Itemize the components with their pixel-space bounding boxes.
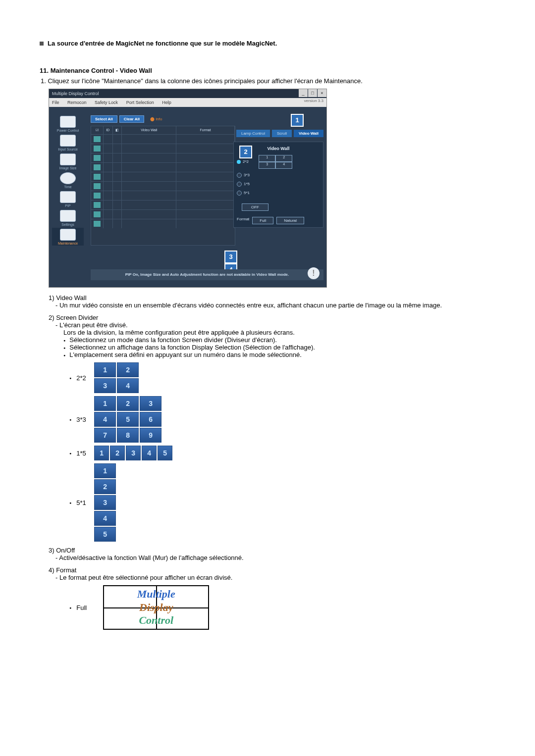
description-list: 1) Video Wall - Un mur vidéo consiste en… <box>49 294 495 630</box>
layout-3x3: 3*3 123456789 <box>69 396 495 443</box>
table-row[interactable] <box>91 134 235 144</box>
sidebar-item-power[interactable]: Power Control <box>52 115 84 133</box>
item-2-a: - L'écran peut être divisé. <box>49 321 495 329</box>
tab-lamp[interactable]: Lamp Control <box>236 130 270 137</box>
item-2-heading: 2) Screen Divider <box>49 314 495 321</box>
marker-3: 3 <box>224 251 237 263</box>
table-row[interactable] <box>91 144 235 153</box>
select-bar: Select All Clear All ⬤ Info <box>91 114 229 124</box>
tab-video-wall[interactable]: Video Wall <box>294 130 323 137</box>
min-button[interactable]: _ <box>299 89 308 97</box>
off-button[interactable]: OFF <box>242 203 268 211</box>
sidebar-item-input[interactable]: Input Source <box>52 134 84 151</box>
menu-help[interactable]: Help <box>162 100 171 105</box>
note-row: La source d'entrée de MagicNet ne foncti… <box>40 40 495 47</box>
version-label: version 3.3 <box>304 99 323 103</box>
table-row[interactable] <box>91 200 235 209</box>
table-row[interactable] <box>91 153 235 162</box>
table-row[interactable] <box>91 219 235 228</box>
col-id: ID <box>104 126 113 134</box>
opt-3x3[interactable]: 3*3 <box>237 173 320 178</box>
marker-1: 1 <box>291 114 304 127</box>
sidebar: Power Control Input Source Image Size Ti… <box>52 115 87 247</box>
item-1-heading: 1) Video Wall <box>49 294 495 302</box>
infobar-text: PIP On, Image Size and Auto Adjustment f… <box>125 272 289 277</box>
clear-all-button[interactable]: Clear All <box>119 115 144 123</box>
tab-scroll[interactable]: Scroll <box>272 130 292 137</box>
col-check: ☑ <box>91 126 104 134</box>
natural-button[interactable]: Natural <box>276 217 304 224</box>
menubar: File Remocon Safety Lock Port Selection … <box>49 98 326 107</box>
window-buttons: _ □ × <box>298 89 326 98</box>
settings-icon <box>60 210 76 222</box>
menu-remocon[interactable]: Remocon <box>67 100 87 105</box>
select-all-button[interactable]: Select All <box>91 115 117 123</box>
sidebar-item-time[interactable]: Time <box>52 171 84 189</box>
info-label: ⬤ Info <box>150 117 162 121</box>
sidebar-item-image-size[interactable]: Image Size <box>52 152 84 170</box>
square-bullet-icon <box>40 42 44 46</box>
image-size-icon <box>60 153 76 165</box>
col-format: Format <box>176 126 235 134</box>
menu-file[interactable]: File <box>52 100 59 105</box>
menu-safety-lock[interactable]: Safety Lock <box>95 100 118 105</box>
section-heading: 11. Maintenance Control - Video Wall <box>40 67 495 74</box>
sidebar-item-settings[interactable]: Settings <box>52 209 84 227</box>
right-tabs: Lamp Control Scroll Video Wall <box>236 130 323 137</box>
layout-1x5: 1*5 12345 <box>69 446 495 460</box>
item-4-a: - Le format peut être sélectionné pour a… <box>49 574 495 581</box>
intro-step: 1. Cliquez sur l'icône "Maintenance" dan… <box>40 77 495 85</box>
maintenance-icon <box>60 229 76 241</box>
item-3-a: - Active/désactive la fonction Wall (Mur… <box>49 554 495 561</box>
menu-port-selection[interactable]: Port Selection <box>126 100 154 105</box>
layout-2x2: 2*2 1234 <box>69 362 495 393</box>
display-grid: ☑ ID ◧ Video Wall Format <box>91 126 235 246</box>
app-screenshot: Multiple Display Control _ □ × File Remo… <box>49 89 327 288</box>
item-2-b: Lors de la division, la même configurati… <box>49 329 495 336</box>
sub-b1: Sélectionnez un mode dans la fonction Sc… <box>63 336 495 344</box>
sub-b3: L'emplacement sera défini en appuyant su… <box>63 351 495 358</box>
time-icon <box>60 172 76 184</box>
note-text: La source d'entrée de MagicNet ne foncti… <box>48 40 277 47</box>
layout-5x1: 5*1 12345 <box>69 463 495 542</box>
infobar: PIP On, Image Size and Auto Adjustment f… <box>91 269 323 280</box>
format-label: Format <box>237 217 249 224</box>
item-4-heading: 4) Format <box>49 566 495 574</box>
full-button[interactable]: Full <box>252 217 273 224</box>
sidebar-item-maintenance[interactable]: Maintenance <box>52 228 84 246</box>
item-1-text: - Un mur vidéo consiste en un ensemble d… <box>49 302 495 309</box>
table-row[interactable] <box>91 181 235 191</box>
table-row[interactable] <box>91 209 235 219</box>
item-2-sublist: Sélectionnez un mode dans la fonction Sc… <box>49 336 495 358</box>
opt-1x5[interactable]: 1*5 <box>237 182 320 187</box>
col-video-wall: Video Wall <box>122 126 176 134</box>
max-button[interactable]: □ <box>308 89 317 97</box>
item-3-heading: 3) On/Off <box>49 547 495 554</box>
format-full: Full Multiple Display Control <box>69 585 495 630</box>
close-button[interactable]: × <box>318 89 326 97</box>
sub-b2: Sélectionnez un affichage dans la foncti… <box>63 344 495 351</box>
table-row[interactable] <box>91 191 235 200</box>
warn-icon: ! <box>308 267 320 279</box>
pip-icon <box>60 191 76 203</box>
power-icon <box>60 116 76 128</box>
input-icon <box>60 135 76 147</box>
sidebar-item-pip[interactable]: PIP <box>52 190 84 208</box>
opt-5x1[interactable]: 5*1 <box>237 191 320 196</box>
table-row[interactable] <box>91 162 235 172</box>
titlebar: Multiple Display Control <box>49 89 326 98</box>
layout-examples: 2*2 1234 3*3 123456789 1*5 12345 5*1 123… <box>49 362 495 542</box>
marker-2: 2 <box>239 146 252 158</box>
full-image: Multiple Display Control <box>103 585 209 630</box>
col-status: ◧ <box>113 126 122 134</box>
format-example-list: Full Multiple Display Control <box>49 585 495 630</box>
table-row[interactable] <box>91 172 235 181</box>
